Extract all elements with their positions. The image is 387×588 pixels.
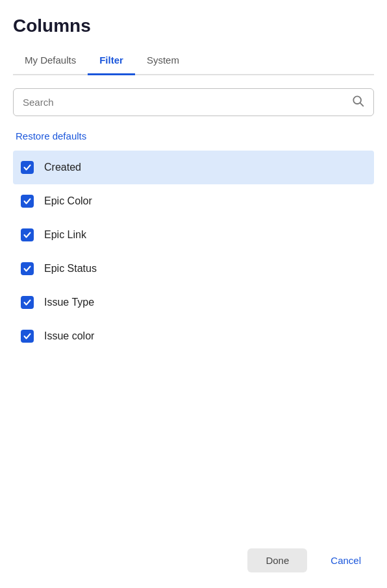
checkbox-epic-color[interactable] xyxy=(21,195,34,208)
svg-line-1 xyxy=(360,103,363,106)
column-item-issue-type[interactable]: Issue Type xyxy=(13,286,374,319)
checkbox-epic-status[interactable] xyxy=(21,262,34,275)
checkbox-issue-type[interactable] xyxy=(21,296,34,309)
svg-point-0 xyxy=(353,96,361,104)
done-button[interactable]: Done xyxy=(247,548,307,572)
column-label-epic-status: Epic Status xyxy=(44,263,97,275)
search-icon xyxy=(351,94,364,110)
column-item-issue-color[interactable]: Issue color xyxy=(13,319,374,353)
search-container xyxy=(13,88,374,116)
tab-my-defaults[interactable]: My Defaults xyxy=(13,49,88,75)
column-label-issue-type: Issue Type xyxy=(44,297,94,308)
column-item-epic-link[interactable]: Epic Link xyxy=(13,218,374,252)
checkbox-issue-color[interactable] xyxy=(21,330,34,343)
column-label-created: Created xyxy=(44,162,81,173)
column-label-epic-color: Epic Color xyxy=(44,195,92,207)
page-title: Columns xyxy=(13,16,374,36)
checkbox-epic-link[interactable] xyxy=(21,228,34,241)
restore-defaults-button[interactable]: Restore defaults xyxy=(13,127,374,145)
cancel-button[interactable]: Cancel xyxy=(318,548,374,572)
columns-panel: Columns My Defaults Filter System Restor… xyxy=(0,0,387,588)
checkbox-created[interactable] xyxy=(21,161,34,174)
tab-filter[interactable]: Filter xyxy=(88,49,135,75)
column-label-issue-color: Issue color xyxy=(44,330,94,342)
column-label-epic-link: Epic Link xyxy=(44,229,86,241)
column-item-created[interactable]: Created xyxy=(13,151,374,184)
column-item-epic-color[interactable]: Epic Color xyxy=(13,184,374,218)
footer: Done Cancel xyxy=(13,533,374,572)
column-list: Created Epic Color Epic Link xyxy=(13,151,374,533)
column-item-epic-status[interactable]: Epic Status xyxy=(13,252,374,286)
search-input[interactable] xyxy=(23,97,351,108)
tab-system[interactable]: System xyxy=(135,49,191,75)
tabs-row: My Defaults Filter System xyxy=(13,49,374,75)
